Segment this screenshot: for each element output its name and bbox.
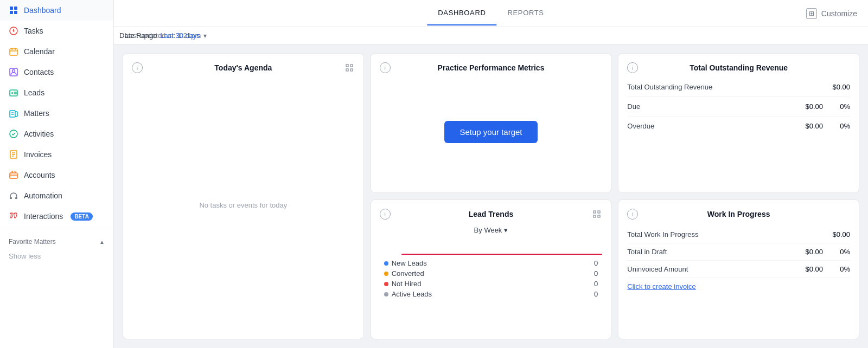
tab-reports[interactable]: REPORTS [497, 1, 555, 25]
revenue-total-label: Total Outstanding Revenue [627, 83, 712, 91]
sidebar-item-leads[interactable]: Leads [0, 82, 113, 103]
svg-rect-31 [346, 69, 348, 71]
list-item: Converted 0 [384, 269, 598, 278]
lead-trends-by-week[interactable]: By Week ▾ [380, 226, 603, 234]
svg-rect-29 [346, 65, 348, 67]
svg-point-14 [11, 92, 13, 94]
list-item: New Leads 0 [384, 259, 598, 267]
sidebar-item-calendar[interactable]: Calendar [0, 41, 113, 62]
svg-rect-1 [14, 7, 17, 10]
wip-draft-label: Total in Draft [627, 248, 667, 256]
revenue-info-icon[interactable]: i [627, 62, 638, 73]
favorite-matters-section: Favorite Matters ▲ [0, 231, 113, 248]
sidebar-item-interactions[interactable]: Interactions BETA [0, 206, 113, 227]
sidebar-item-label: Contacts [24, 68, 54, 76]
svg-rect-3 [14, 11, 17, 14]
sidebar-item-label: Calendar [24, 47, 55, 56]
tasks-icon [9, 26, 18, 36]
sidebar-item-matters[interactable]: Matters [0, 103, 113, 124]
sidebar-item-label: Matters [24, 109, 49, 118]
agenda-card-header: i Today's Agenda [132, 62, 355, 73]
sidebar-item-dashboard[interactable]: Dashboard [0, 0, 113, 21]
calendar-icon [9, 47, 18, 56]
tab-dashboard[interactable]: DASHBOARD [427, 1, 496, 25]
revenue-overdue-row: Overdue $0.00 0% [627, 117, 850, 136]
sidebar-item-accounts[interactable]: Accounts [0, 165, 113, 185]
wip-uninvoiced-label: Uninvoiced Amount [627, 265, 688, 273]
lead-trends-chart [380, 239, 603, 255]
svg-rect-32 [350, 69, 353, 71]
contacts-icon [9, 67, 18, 77]
beta-badge: BETA [71, 212, 92, 221]
accounts-icon [9, 170, 18, 180]
lead-trends-expand-icon[interactable] [591, 209, 602, 220]
wip-info-icon[interactable]: i [627, 209, 638, 220]
revenue-overdue-values: $0.00 0% [793, 122, 850, 130]
revenue-total-amount: $0.00 [820, 83, 850, 91]
svg-rect-27 [10, 197, 12, 199]
wip-draft-row: Total in Draft $0.00 0% [627, 243, 850, 261]
svg-rect-17 [10, 111, 15, 117]
sidebar-item-invoices[interactable]: Invoices [0, 144, 113, 165]
not-hired-dot [384, 282, 388, 286]
svg-rect-25 [10, 173, 17, 178]
lead-trends-card: i Lead Trends By Week ▾ New Leads 0 [371, 199, 612, 339]
sidebar-item-contacts[interactable]: Contacts [0, 62, 113, 82]
setup-target-button[interactable]: Setup your target [444, 121, 537, 143]
svg-rect-7 [10, 49, 17, 55]
converted-value: 0 [587, 269, 598, 278]
create-invoice-link[interactable]: Click to create invoice [627, 282, 850, 291]
by-week-label: By Week [474, 226, 502, 234]
sidebar-item-label: Tasks [24, 27, 43, 35]
wip-uninvoiced-pct: 0% [834, 265, 850, 273]
show-less-link[interactable]: Show less [0, 248, 113, 265]
customize-button[interactable]: ⊞ Customize [806, 8, 857, 19]
agenda-expand-icon[interactable] [344, 62, 355, 73]
wip-total-label: Total Work In Progress [627, 230, 698, 239]
svg-rect-30 [350, 65, 353, 67]
subbar: Last updated at: 1:21pm Date Range Last … [114, 27, 868, 44]
not-hired-label: Not Hired [392, 280, 584, 288]
customize-label: Customize [821, 9, 857, 18]
lead-trends-legend: New Leads 0 Converted 0 Not Hired 0 Acti… [380, 259, 603, 298]
date-range-dropdown-icon[interactable]: ▾ [203, 32, 207, 40]
metrics-card-title: Practice Performance Metrics [391, 63, 592, 72]
svg-rect-33 [593, 211, 596, 213]
svg-point-6 [13, 30, 15, 32]
lead-trends-header: i Lead Trends [380, 209, 603, 220]
sidebar-item-label: Accounts [24, 171, 55, 179]
topbar: DASHBOARD REPORTS ⊞ Customize [114, 0, 868, 27]
sidebar-item-automation[interactable]: Automation [0, 185, 113, 206]
lead-trends-chart-line [401, 254, 603, 255]
svg-rect-13 [10, 90, 17, 96]
metrics-card: i Practice Performance Metrics Setup you… [371, 53, 612, 193]
list-item: Active Leads 0 [384, 290, 598, 298]
revenue-due-values: $0.00 0% [793, 102, 850, 111]
svg-rect-35 [593, 215, 596, 217]
active-leads-dot [384, 292, 388, 297]
converted-dot [384, 272, 388, 276]
date-range-control: Date Range Last 30 days ▾ [119, 31, 207, 40]
wip-draft-values: $0.00 0% [793, 248, 850, 256]
sidebar-item-tasks[interactable]: Tasks [0, 21, 113, 41]
activities-icon [9, 129, 18, 139]
date-range-value[interactable]: Last 30 days [160, 31, 200, 40]
date-range-label: Date Range [119, 31, 157, 40]
topbar-tabs: DASHBOARD REPORTS [427, 1, 554, 25]
wip-uninvoiced-amount: $0.00 [793, 265, 823, 273]
revenue-due-label: Due [627, 102, 640, 111]
revenue-card-title: Total Outstanding Revenue [638, 63, 839, 72]
wip-draft-amount: $0.00 [793, 248, 823, 256]
metrics-info-icon[interactable]: i [380, 62, 391, 73]
lead-trends-info-icon[interactable]: i [380, 209, 391, 220]
agenda-info-icon[interactable]: i [132, 62, 143, 73]
list-item: Not Hired 0 [384, 280, 598, 288]
wip-card-title: Work In Progress [638, 210, 839, 218]
dashboard-grid: i Today's Agenda No tasks or events for … [114, 44, 868, 348]
svg-rect-0 [10, 7, 13, 10]
sidebar-item-activities[interactable]: Activities [0, 124, 113, 144]
svg-point-12 [12, 70, 15, 73]
sidebar-item-label: Dashboard [24, 6, 61, 15]
wip-uninvoiced-row: Uninvoiced Amount $0.00 0% [627, 261, 850, 278]
converted-label: Converted [392, 269, 584, 278]
